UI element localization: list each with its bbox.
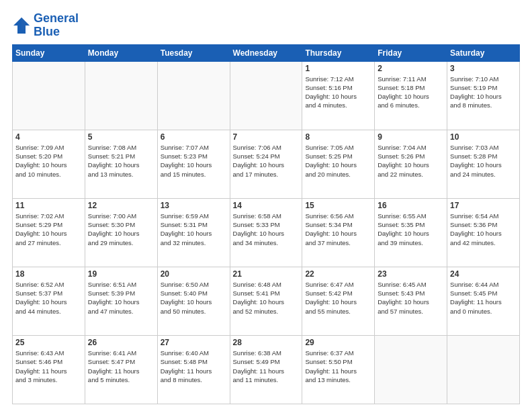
calendar-cell: 17Sunrise: 6:54 AM Sunset: 5:36 PM Dayli… [447, 198, 520, 267]
day-number: 26 [88, 338, 154, 347]
calendar-table: SundayMondayTuesdayWednesdayThursdayFrid… [12, 44, 520, 404]
day-info: Sunrise: 7:02 AM Sunset: 5:29 PM Dayligh… [15, 212, 82, 247]
calendar-cell: 12Sunrise: 7:00 AM Sunset: 5:30 PM Dayli… [85, 198, 157, 267]
day-info: Sunrise: 6:51 AM Sunset: 5:39 PM Dayligh… [88, 280, 154, 316]
weekday-header-thursday: Thursday [302, 44, 375, 61]
day-number: 13 [161, 201, 227, 210]
day-number: 25 [15, 338, 82, 347]
day-number: 15 [305, 201, 371, 210]
calendar-cell: 24Sunrise: 6:44 AM Sunset: 5:45 PM Dayli… [447, 267, 520, 335]
calendar-cell: 6Sunrise: 7:07 AM Sunset: 5:23 PM Daylig… [157, 130, 230, 198]
day-info: Sunrise: 6:38 AM Sunset: 5:49 PM Dayligh… [233, 349, 300, 384]
day-info: Sunrise: 6:37 AM Sunset: 5:50 PM Dayligh… [305, 349, 371, 384]
calendar-cell: 8Sunrise: 7:05 AM Sunset: 5:25 PM Daylig… [302, 130, 375, 198]
svg-marker-1 [21, 17, 30, 30]
day-number: 6 [161, 132, 227, 142]
calendar-cell: 19Sunrise: 6:51 AM Sunset: 5:39 PM Dayli… [85, 267, 157, 335]
week-row-1: 4Sunrise: 7:09 AM Sunset: 5:20 PM Daylig… [13, 130, 520, 198]
day-info: Sunrise: 6:40 AM Sunset: 5:48 PM Dayligh… [161, 349, 227, 384]
week-row-3: 18Sunrise: 6:52 AM Sunset: 5:37 PM Dayli… [13, 267, 520, 335]
calendar-cell: 22Sunrise: 6:47 AM Sunset: 5:42 PM Dayli… [302, 267, 375, 335]
header: General Blue [12, 12, 520, 39]
day-info: Sunrise: 6:41 AM Sunset: 5:47 PM Dayligh… [88, 349, 154, 384]
day-info: Sunrise: 6:56 AM Sunset: 5:34 PM Dayligh… [305, 212, 371, 247]
calendar-cell: 11Sunrise: 7:02 AM Sunset: 5:29 PM Dayli… [13, 198, 85, 267]
day-number: 14 [233, 201, 300, 210]
calendar-cell: 27Sunrise: 6:40 AM Sunset: 5:48 PM Dayli… [157, 335, 230, 404]
day-number: 5 [88, 132, 154, 142]
day-number: 4 [15, 132, 82, 142]
day-info: Sunrise: 7:09 AM Sunset: 5:20 PM Dayligh… [15, 143, 82, 179]
calendar-cell: 16Sunrise: 6:55 AM Sunset: 5:35 PM Dayli… [375, 198, 447, 267]
weekday-header-sunday: Sunday [13, 44, 85, 61]
day-info: Sunrise: 7:11 AM Sunset: 5:18 PM Dayligh… [378, 75, 444, 110]
logo: General Blue [12, 12, 79, 39]
day-number: 18 [15, 269, 82, 279]
calendar-cell: 25Sunrise: 6:43 AM Sunset: 5:46 PM Dayli… [13, 335, 85, 404]
calendar-cell: 4Sunrise: 7:09 AM Sunset: 5:20 PM Daylig… [13, 130, 85, 198]
day-info: Sunrise: 6:52 AM Sunset: 5:37 PM Dayligh… [15, 280, 82, 316]
day-info: Sunrise: 7:06 AM Sunset: 5:24 PM Dayligh… [233, 143, 300, 179]
day-number: 3 [450, 64, 517, 73]
day-info: Sunrise: 6:43 AM Sunset: 5:46 PM Dayligh… [15, 349, 82, 384]
week-row-2: 11Sunrise: 7:02 AM Sunset: 5:29 PM Dayli… [13, 198, 520, 267]
logo-icon [12, 16, 31, 35]
day-number: 21 [233, 269, 300, 279]
week-row-0: 1Sunrise: 7:12 AM Sunset: 5:16 PM Daylig… [13, 61, 520, 130]
day-info: Sunrise: 6:47 AM Sunset: 5:42 PM Dayligh… [305, 280, 371, 316]
calendar-cell: 26Sunrise: 6:41 AM Sunset: 5:47 PM Dayli… [85, 335, 157, 404]
calendar-cell: 2Sunrise: 7:11 AM Sunset: 5:18 PM Daylig… [375, 61, 447, 130]
day-info: Sunrise: 6:58 AM Sunset: 5:33 PM Dayligh… [233, 212, 300, 247]
calendar-cell: 5Sunrise: 7:08 AM Sunset: 5:21 PM Daylig… [85, 130, 157, 198]
day-info: Sunrise: 7:12 AM Sunset: 5:16 PM Dayligh… [305, 75, 371, 110]
day-info: Sunrise: 6:50 AM Sunset: 5:40 PM Dayligh… [161, 280, 227, 316]
day-number: 24 [450, 269, 517, 279]
weekday-header-row: SundayMondayTuesdayWednesdayThursdayFrid… [13, 44, 520, 61]
weekday-header-friday: Friday [375, 44, 447, 61]
day-info: Sunrise: 7:04 AM Sunset: 5:26 PM Dayligh… [378, 143, 444, 179]
day-number: 19 [88, 269, 154, 279]
day-number: 1 [305, 64, 371, 73]
day-number: 16 [378, 201, 444, 210]
day-info: Sunrise: 7:05 AM Sunset: 5:25 PM Dayligh… [305, 143, 371, 179]
day-info: Sunrise: 7:03 AM Sunset: 5:28 PM Dayligh… [450, 143, 517, 179]
week-row-4: 25Sunrise: 6:43 AM Sunset: 5:46 PM Dayli… [13, 335, 520, 404]
day-info: Sunrise: 7:10 AM Sunset: 5:19 PM Dayligh… [450, 75, 517, 110]
day-info: Sunrise: 6:54 AM Sunset: 5:36 PM Dayligh… [450, 212, 517, 247]
day-number: 9 [378, 132, 444, 142]
weekday-header-monday: Monday [85, 44, 157, 61]
day-number: 27 [161, 338, 227, 347]
calendar-cell [375, 335, 447, 404]
weekday-header-tuesday: Tuesday [157, 44, 230, 61]
logo-text: General Blue [34, 12, 79, 39]
day-number: 12 [88, 201, 154, 210]
day-info: Sunrise: 6:48 AM Sunset: 5:41 PM Dayligh… [233, 280, 300, 316]
day-number: 2 [378, 64, 444, 73]
calendar-cell: 7Sunrise: 7:06 AM Sunset: 5:24 PM Daylig… [230, 130, 302, 198]
day-info: Sunrise: 7:00 AM Sunset: 5:30 PM Dayligh… [88, 212, 154, 247]
calendar-cell: 3Sunrise: 7:10 AM Sunset: 5:19 PM Daylig… [447, 61, 520, 130]
day-info: Sunrise: 6:45 AM Sunset: 5:43 PM Dayligh… [378, 280, 444, 316]
day-info: Sunrise: 6:55 AM Sunset: 5:35 PM Dayligh… [378, 212, 444, 247]
calendar-cell: 18Sunrise: 6:52 AM Sunset: 5:37 PM Dayli… [13, 267, 85, 335]
calendar-cell: 23Sunrise: 6:45 AM Sunset: 5:43 PM Dayli… [375, 267, 447, 335]
day-info: Sunrise: 6:44 AM Sunset: 5:45 PM Dayligh… [450, 280, 517, 316]
page: General Blue SundayMondayTuesdayWednesda… [0, 0, 532, 411]
calendar-cell: 15Sunrise: 6:56 AM Sunset: 5:34 PM Dayli… [302, 198, 375, 267]
calendar-cell: 10Sunrise: 7:03 AM Sunset: 5:28 PM Dayli… [447, 130, 520, 198]
calendar-cell [157, 61, 230, 130]
day-number: 17 [450, 201, 517, 210]
day-info: Sunrise: 6:59 AM Sunset: 5:31 PM Dayligh… [161, 212, 227, 247]
day-number: 22 [305, 269, 371, 279]
day-number: 11 [15, 201, 82, 210]
calendar-cell [230, 61, 302, 130]
calendar-cell: 28Sunrise: 6:38 AM Sunset: 5:49 PM Dayli… [230, 335, 302, 404]
calendar-cell [13, 61, 85, 130]
calendar-cell: 9Sunrise: 7:04 AM Sunset: 5:26 PM Daylig… [375, 130, 447, 198]
weekday-header-saturday: Saturday [447, 44, 520, 61]
calendar-cell: 21Sunrise: 6:48 AM Sunset: 5:41 PM Dayli… [230, 267, 302, 335]
calendar-cell: 1Sunrise: 7:12 AM Sunset: 5:16 PM Daylig… [302, 61, 375, 130]
calendar-cell [447, 335, 520, 404]
day-number: 8 [305, 132, 371, 142]
calendar-cell: 29Sunrise: 6:37 AM Sunset: 5:50 PM Dayli… [302, 335, 375, 404]
